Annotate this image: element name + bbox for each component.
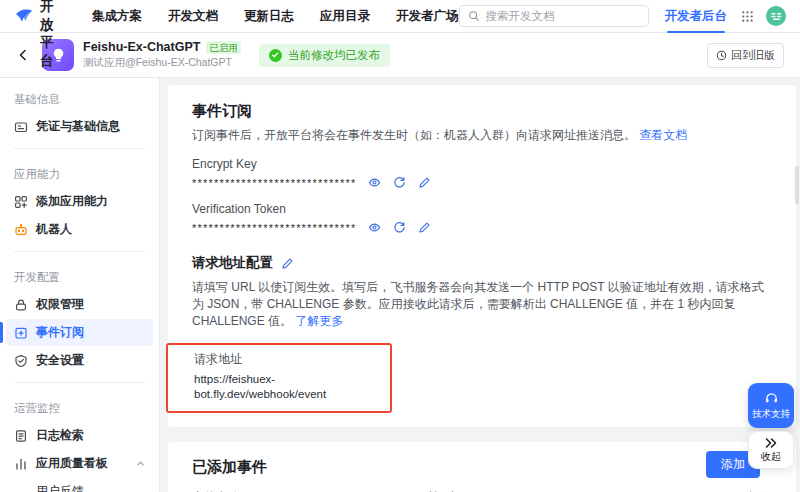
edit-pencil-icon[interactable]: [418, 221, 431, 234]
back-to-old-version-button[interactable]: 回到旧版: [707, 43, 784, 68]
encrypt-key-label: Encrypt Key: [192, 157, 772, 171]
edit-pencil-icon[interactable]: [418, 176, 431, 189]
sidebar-section-ops-monitor: 运营监控: [0, 391, 159, 421]
refresh-icon[interactable]: [393, 221, 406, 234]
check-circle-icon: [269, 49, 282, 62]
nav-item-developer-plaza[interactable]: 开发者广场: [396, 8, 459, 25]
sidebar-item-label: 凭证与基础信息: [36, 118, 120, 135]
add-capability-icon: [14, 195, 28, 209]
user-avatar[interactable]: [766, 6, 786, 26]
verification-token-label: Verification Token: [192, 202, 772, 216]
brand-name: 飞书开放平台: [40, 0, 58, 70]
sidebar-item-permissions[interactable]: 权限管理: [6, 291, 153, 318]
page-title: 事件订阅: [192, 101, 772, 120]
app-status-badge: 已启用: [206, 41, 241, 54]
bar-chart-icon: [14, 457, 28, 471]
sidebar-item-quality-dashboard[interactable]: 应用质量看板: [6, 450, 153, 477]
event-subscription-card: 事件订阅 订阅事件后，开放平台将会在事件发生时（如：机器人入群）向请求网址推送消…: [168, 85, 796, 427]
sidebar-item-label: 权限管理: [36, 296, 84, 313]
sidebar-item-security-settings[interactable]: 安全设置: [6, 347, 153, 374]
added-events-card: 已添加事件 添加 事件名称 所需权限 操作 申请开通以下任一权限即可： 已开通 …: [168, 442, 796, 492]
app-header: Feishu-Ex-ChatGPT 已启用 测试应用@Feishu-EX-Cha…: [0, 33, 800, 78]
feishu-open-platform-console: 飞书开放平台 集成方案 开发文档 更新日志 应用目录 开发者广场 开发者后台: [0, 0, 800, 492]
description-text: 订阅事件后，开放平台将会在事件发生时（如：机器人入群）向请求网址推送消息。: [192, 128, 636, 142]
collapse-widget[interactable]: 收起: [748, 431, 794, 469]
refresh-icon[interactable]: [393, 176, 406, 189]
sidebar-item-credentials[interactable]: 凭证与基础信息: [6, 113, 153, 140]
sidebar-item-log-search[interactable]: 日志检索: [6, 422, 153, 449]
divider: [14, 148, 145, 149]
scrollbar-thumb[interactable]: [795, 166, 799, 204]
sidebar-item-user-feedback[interactable]: 用户反馈: [6, 478, 153, 492]
brand[interactable]: 飞书开放平台: [14, 0, 58, 70]
app-name: Feishu-Ex-ChatGPT: [83, 40, 200, 54]
description-text: 请填写 URL 以使订阅生效。填写后，飞书服务器会向其发送一个 HTTP POS…: [192, 280, 764, 328]
view-docs-link[interactable]: 查看文档: [639, 128, 687, 142]
sidebar: 基础信息 凭证与基础信息 应用能力 添加应用能力 机器人 开发配置 权限管理: [0, 78, 160, 492]
eye-icon[interactable]: [368, 221, 381, 234]
shield-icon: [14, 354, 28, 368]
nav-item-app-directory[interactable]: 应用目录: [320, 8, 370, 25]
developer-console-link[interactable]: 开发者后台: [665, 0, 728, 33]
sidebar-section-capabilities: 应用能力: [0, 157, 159, 187]
nav-item-changelog[interactable]: 更新日志: [244, 8, 294, 25]
robot-icon: [14, 223, 28, 237]
search-box[interactable]: [459, 5, 649, 27]
sidebar-item-event-subscription[interactable]: 事件订阅: [6, 319, 153, 346]
double-chevron-right-icon: [764, 437, 778, 449]
sidebar-item-label: 事件订阅: [36, 324, 84, 341]
nav-item-integration[interactable]: 集成方案: [92, 8, 142, 25]
nav-menu: 集成方案 开发文档 更新日志 应用目录 开发者广场: [92, 8, 459, 25]
app-meta: Feishu-Ex-ChatGPT 已启用 测试应用@Feishu-EX-Cha…: [83, 40, 241, 70]
sidebar-item-label: 机器人: [36, 221, 72, 238]
tech-support-widget[interactable]: 技术支持: [748, 383, 794, 428]
divider: [14, 251, 145, 252]
app-subtitle: 测试应用@Feishu-EX-ChatGPT: [83, 56, 241, 70]
sidebar-item-bot[interactable]: 机器人: [6, 216, 153, 243]
feishu-logo-icon: [14, 6, 34, 26]
added-events-title: 已添加事件: [192, 457, 772, 476]
sidebar-item-label: 应用质量看板: [36, 455, 108, 472]
search-input[interactable]: [486, 10, 640, 22]
encrypt-key-masked-value: ******************************: [192, 177, 356, 189]
collapse-label: 收起: [761, 450, 781, 464]
encrypt-key-row: ******************************: [192, 176, 772, 189]
edit-pencil-icon[interactable]: [281, 257, 294, 270]
search-icon: [468, 10, 480, 22]
nav-item-docs[interactable]: 开发文档: [168, 8, 218, 25]
request-url-label: 请求地址: [194, 352, 390, 367]
event-subscription-description: 订阅事件后，开放平台将会在事件发生时（如：机器人入群）向请求网址推送消息。 查看…: [192, 127, 772, 144]
chevron-up-icon[interactable]: [136, 459, 145, 468]
sidebar-section-dev-config: 开发配置: [0, 260, 159, 290]
sidebar-item-label: 添加应用能力: [36, 193, 108, 210]
lock-icon: [14, 298, 28, 312]
sidebar-item-label: 日志检索: [36, 427, 84, 444]
request-url-config-title: 请求地址配置: [192, 254, 273, 272]
sidebar-item-label: 安全设置: [36, 352, 84, 369]
log-document-icon: [14, 429, 28, 443]
body: 基础信息 凭证与基础信息 应用能力 添加应用能力 机器人 开发配置 权限管理: [0, 78, 800, 492]
app-grid-icon[interactable]: [741, 10, 754, 23]
tech-support-label: 技术支持: [752, 408, 790, 421]
old-version-label: 回到旧版: [731, 48, 775, 63]
headset-icon: [764, 391, 779, 406]
request-url-config-description: 请填写 URL 以使订阅生效。填写后，飞书服务器会向其发送一个 HTTP POS…: [192, 279, 772, 330]
divider: [14, 382, 145, 383]
verification-token-row: ******************************: [192, 221, 772, 234]
main-content: 事件订阅 订阅事件后，开放平台将会在事件发生时（如：机器人入群）向请求网址推送消…: [160, 78, 800, 492]
sidebar-item-label: 用户反馈: [36, 483, 84, 492]
sidebar-section-basic-info: 基础信息: [0, 82, 159, 112]
top-navbar: 飞书开放平台 集成方案 开发文档 更新日志 应用目录 开发者广场 开发者后台: [0, 0, 800, 33]
learn-more-link[interactable]: 了解更多: [295, 314, 343, 328]
publish-status-text: 当前修改均已发布: [288, 48, 380, 63]
id-card-icon: [14, 120, 28, 134]
annotation-highlight-box: 请求地址 https://feishuex-bot.fly.dev/webhoo…: [166, 343, 392, 413]
event-subscription-icon: [14, 326, 28, 340]
history-clock-icon: [716, 50, 727, 61]
sidebar-item-add-capability[interactable]: 添加应用能力: [6, 188, 153, 215]
eye-icon[interactable]: [368, 176, 381, 189]
publish-status-pill: 当前修改均已发布: [259, 44, 390, 67]
request-url-value: https://feishuex-bot.fly.dev/webhook/eve…: [194, 372, 390, 402]
verification-token-masked-value: ******************************: [192, 222, 356, 234]
